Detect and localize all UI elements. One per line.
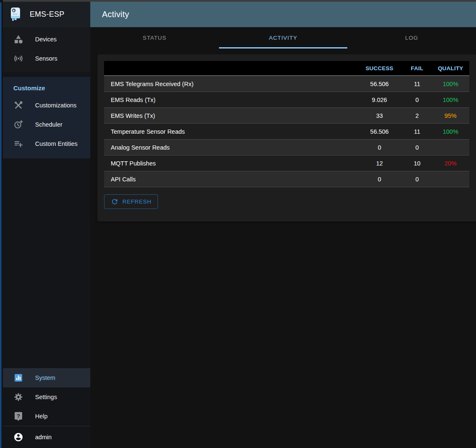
live-help-icon: ? xyxy=(13,411,23,421)
row-label: EMS Reads (Tx) xyxy=(104,97,356,103)
fail-value: 11 xyxy=(402,128,432,135)
sidebar-item-help[interactable]: ? Help xyxy=(3,407,90,426)
fail-value: 0 xyxy=(402,176,432,183)
account-circle-icon xyxy=(13,432,23,442)
table-row: Analog Sensor Reads 0 0 xyxy=(104,140,469,155)
sidebar-item-label: Devices xyxy=(35,36,57,43)
construction-icon xyxy=(13,100,23,110)
ems-esp-app: EMS-ESP Devices Sens xyxy=(0,0,476,448)
row-label: Temperature Sensor Reads xyxy=(104,128,356,135)
row-label: MQTT Publishes xyxy=(104,160,356,167)
left-edge-strip xyxy=(0,0,3,448)
sidebar-item-settings[interactable]: Settings xyxy=(3,387,90,407)
sidebar-item-label: Settings xyxy=(35,394,57,400)
page-title: Activity xyxy=(102,10,129,19)
section-label-customize: Customize xyxy=(3,81,90,96)
table-row: EMS Reads (Tx) 9.026 0 100% xyxy=(104,92,469,108)
col-header-quality: QUALITY xyxy=(432,65,469,71)
app-title: EMS-ESP xyxy=(30,10,64,19)
success-value: 56.506 xyxy=(356,128,402,135)
sidebar-bottom-nav: System Settings xyxy=(3,368,90,426)
quality-value: 100% xyxy=(432,128,469,135)
refresh-label: REFRESH xyxy=(122,199,151,205)
table-row: EMS Telegrams Received (Rx) 56.506 11 10… xyxy=(104,76,469,92)
category-icon xyxy=(13,34,23,44)
user-name: admin xyxy=(35,434,52,440)
col-header-success: SUCCESS xyxy=(356,65,402,71)
fail-value: 11 xyxy=(402,81,432,87)
sidebar-header: EMS-ESP xyxy=(3,2,90,27)
table-row: Temperature Sensor Reads 56.506 11 100% xyxy=(104,124,469,140)
tab-log[interactable]: LOG xyxy=(347,27,476,48)
table-header-row: SUCCESS FAIL QUALITY xyxy=(104,61,469,76)
tab-status[interactable]: STATUS xyxy=(90,27,219,48)
sidebar-item-label: System xyxy=(35,374,55,381)
fail-value: 0 xyxy=(402,144,432,151)
row-label: API Calls xyxy=(104,176,356,183)
fail-value: 10 xyxy=(402,160,432,167)
fail-value: 2 xyxy=(402,112,432,119)
row-label: Analog Sensor Reads xyxy=(104,144,356,151)
playlist-add-icon xyxy=(13,139,23,149)
sidebar-item-scheduler[interactable]: Scheduler xyxy=(3,115,90,134)
sidebar-item-devices[interactable]: Devices xyxy=(3,30,90,49)
sidebar-item-custom-entities[interactable]: Custom Entities xyxy=(3,134,90,153)
refresh-button[interactable]: REFRESH xyxy=(104,194,158,209)
table-row: MQTT Publishes 12 10 20% xyxy=(104,155,469,171)
sidebar-item-system[interactable]: System xyxy=(3,368,90,387)
success-value: 0 xyxy=(356,176,402,183)
activity-card: SUCCESS FAIL QUALITY EMS Telegrams Recei… xyxy=(97,54,476,221)
more-time-icon xyxy=(13,120,23,130)
svg-text:?: ? xyxy=(17,413,20,419)
topbar: Activity xyxy=(90,2,476,27)
success-value: 33 xyxy=(356,112,402,119)
table-row: API Calls 0 0 xyxy=(104,171,469,187)
row-label: EMS Writes (Tx) xyxy=(104,112,356,119)
row-label: EMS Telegrams Received (Rx) xyxy=(104,81,356,87)
sidebar-item-label: Sensors xyxy=(35,55,57,62)
success-value: 56.506 xyxy=(356,81,402,87)
table-row: EMS Writes (Tx) 33 2 95% xyxy=(104,108,469,124)
success-value: 9.026 xyxy=(356,97,402,103)
sensors-icon xyxy=(13,53,23,64)
boiler-logo-icon xyxy=(8,10,23,20)
sidebar-item-label: Customizations xyxy=(35,102,76,109)
quality-value: 100% xyxy=(432,81,469,87)
quality-value: 100% xyxy=(432,97,469,103)
success-value: 12 xyxy=(356,160,402,167)
tab-bar: STATUS ACTIVITY LOG xyxy=(90,27,476,48)
refresh-icon xyxy=(111,198,119,206)
sidebar-customize-section: Customize Customizations xyxy=(3,77,90,158)
sidebar-item-label: Custom Entities xyxy=(35,140,78,147)
gear-icon xyxy=(13,392,23,402)
sidebar-item-sensors[interactable]: Sensors xyxy=(3,49,90,68)
sidebar-item-label: Scheduler xyxy=(35,121,62,128)
sidebar-user[interactable]: admin xyxy=(3,426,90,448)
analytics-icon xyxy=(13,373,23,383)
quality-value: 20% xyxy=(432,160,469,167)
sidebar: EMS-ESP Devices Sens xyxy=(3,2,90,448)
col-header-fail: FAIL xyxy=(402,65,432,71)
fail-value: 0 xyxy=(402,97,432,103)
success-value: 0 xyxy=(356,144,402,151)
sidebar-nav: Devices Sensors xyxy=(3,27,90,72)
quality-value: 95% xyxy=(432,112,469,119)
main-area: Activity STATUS ACTIVITY LOG SUCCESS FAI… xyxy=(90,2,476,448)
tab-activity[interactable]: ACTIVITY xyxy=(219,27,348,48)
activity-table: SUCCESS FAIL QUALITY EMS Telegrams Recei… xyxy=(104,61,469,187)
sidebar-item-label: Help xyxy=(35,413,48,420)
sidebar-item-customizations[interactable]: Customizations xyxy=(3,96,90,115)
